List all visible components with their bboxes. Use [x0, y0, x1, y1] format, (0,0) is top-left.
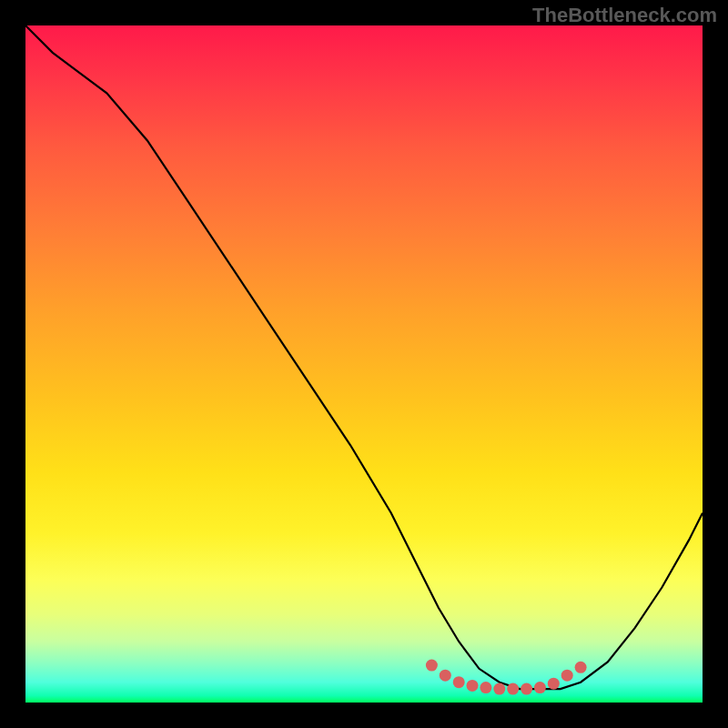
marker-point: [440, 670, 451, 682]
watermark-text: TheBottleneck.com: [532, 4, 717, 27]
marker-point: [575, 662, 587, 673]
marker-point: [480, 682, 491, 693]
marker-point: [467, 680, 479, 692]
marker-point: [521, 683, 532, 695]
marker-point: [426, 660, 438, 672]
markers-layer: [25, 25, 703, 703]
marker-point: [453, 676, 465, 688]
marker-point: [507, 683, 519, 695]
marker-point: [534, 682, 546, 693]
chart-plot-area: [25, 25, 703, 703]
marker-point: [561, 670, 573, 682]
marker-point: [493, 683, 505, 695]
marker-point: [548, 678, 560, 690]
optimal-range-markers: [426, 660, 587, 695]
